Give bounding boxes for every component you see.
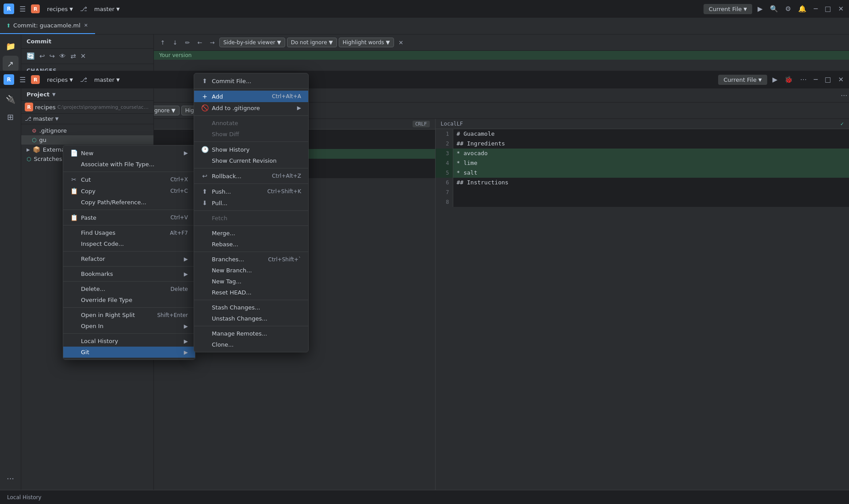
viewer-select[interactable]: Side-by-side viewer ▼ xyxy=(219,38,285,47)
git-menu-merge[interactable]: Merge... xyxy=(194,228,308,239)
push-label: Push... xyxy=(212,188,231,195)
sidebar-item-plugins[interactable]: 🔌 xyxy=(3,91,19,107)
diff-btn[interactable]: ⇄ xyxy=(69,50,78,62)
search-btn[interactable]: 🔍 xyxy=(768,3,780,15)
close-diff-btn[interactable]: ✕ xyxy=(396,37,406,48)
git-sep-10 xyxy=(194,326,308,326)
menu-item-cut[interactable]: ✂ Cut Ctrl+X xyxy=(63,174,195,185)
lf-badge: LF xyxy=(457,121,463,127)
repo-name-btn[interactable]: recipes ▼ xyxy=(43,4,76,14)
git-menu-rollback[interactable]: ↩ Rollback... Ctrl+Alt+Z xyxy=(194,170,308,182)
show-history-label: Show History xyxy=(212,146,249,153)
menu-item-open-in[interactable]: Open In ▶ xyxy=(63,321,195,332)
git-menu-show-history[interactable]: 🕐 Show History xyxy=(194,144,308,155)
undo-btn[interactable]: ↩ xyxy=(38,50,47,62)
debug-btn-2[interactable]: 🐞 xyxy=(783,74,795,85)
tab-close-btn[interactable]: ✕ xyxy=(83,22,89,29)
branch-btn[interactable]: master ▼ xyxy=(91,4,123,14)
hamburger-button-2[interactable]: ☰ xyxy=(18,74,27,86)
pull-icon: ⬇ xyxy=(201,199,208,206)
git-menu-show-current-revision[interactable]: Show Current Revision xyxy=(194,155,308,166)
notifications-btn[interactable]: 🔔 xyxy=(796,3,808,15)
run-btn[interactable]: ▶ xyxy=(756,3,765,15)
show-current-revision-label: Show Current Revision xyxy=(212,157,277,164)
menu-item-open-right-split[interactable]: Open in Right Split Shift+Enter xyxy=(63,309,195,321)
back-btn[interactable]: ← xyxy=(195,37,205,48)
annotate-btn[interactable]: ✏ xyxy=(182,37,193,48)
repo-name-btn-2[interactable]: recipes ▼ xyxy=(43,75,76,85)
local-history-btn[interactable]: Local History xyxy=(7,494,42,500)
sidebar-item-folder[interactable]: 📁 xyxy=(3,38,19,54)
prev-diff-btn[interactable]: ↑ xyxy=(157,37,168,48)
git-menu-clone[interactable]: Clone... xyxy=(194,339,308,350)
git-menu-commit-file[interactable]: ⬆ Commit File... xyxy=(194,75,308,87)
git-menu-manage-remotes[interactable]: Manage Remotes... xyxy=(194,328,308,339)
menu-item-refactor[interactable]: Refactor ▶ xyxy=(63,253,195,264)
git-menu-pull[interactable]: ⬇ Pull... xyxy=(194,197,308,209)
ml-file-label: gu xyxy=(39,137,46,143)
git-menu-add[interactable]: + Add Ctrl+Alt+A xyxy=(194,91,308,102)
more-btn-2[interactable]: ⋯ xyxy=(798,74,808,85)
git-menu-unstash[interactable]: Unstash Changes... xyxy=(194,313,308,324)
maximize-btn-2[interactable]: □ xyxy=(823,74,833,85)
menu-item-local-history[interactable]: Local History ▶ xyxy=(63,336,195,347)
menu-item-copy-path[interactable]: Copy Path/Reference... xyxy=(63,197,195,208)
menu-item-find-usages[interactable]: Find Usages Alt+F7 xyxy=(63,227,195,238)
git-menu-new-branch[interactable]: New Branch... xyxy=(194,265,308,276)
git-menu-push[interactable]: ⬆ Push... Ctrl+Shift+K xyxy=(194,186,308,197)
tree-item-gu[interactable]: ⬡ gu xyxy=(21,135,153,145)
git-menu-fetch: Fetch xyxy=(194,213,308,224)
rollback-label: Rollback... xyxy=(212,173,241,179)
menu-item-bookmarks[interactable]: Bookmarks ▶ xyxy=(63,268,195,279)
current-file-btn[interactable]: Current File ▼ xyxy=(704,4,752,14)
forward-btn[interactable]: → xyxy=(207,37,218,48)
diff-right-side: Local LF ✓ 1 # Guacamole 2 ## Ingredient… xyxy=(436,119,849,490)
git-sep-8 xyxy=(194,252,308,252)
menu-item-paste[interactable]: 📋 Paste Ctrl+V xyxy=(63,212,195,223)
git-menu-reset-head[interactable]: Reset HEAD... xyxy=(194,287,308,298)
redo-btn[interactable]: ↪ xyxy=(48,50,57,62)
highlight-select[interactable]: Highlight words ▼ xyxy=(339,38,394,47)
current-file-btn-2[interactable]: Current File ▼ xyxy=(718,75,767,85)
add-icon: + xyxy=(201,93,208,100)
git-menu-stash[interactable]: Stash Changes... xyxy=(194,302,308,313)
sidebar-item-vcs[interactable]: ↗ xyxy=(3,56,19,72)
menu-item-delete[interactable]: Delete... Delete xyxy=(63,283,195,294)
git-sep-6 xyxy=(194,210,308,211)
ignore-select[interactable]: Do not ignore ▼ xyxy=(287,38,337,47)
cut-shortcut: Ctrl+X xyxy=(170,176,188,183)
next-diff-btn[interactable]: ↓ xyxy=(170,37,180,48)
menu-item-override-type[interactable]: Override File Type xyxy=(63,294,195,305)
eye-btn[interactable]: 👁 xyxy=(57,50,68,62)
git-sep-4 xyxy=(194,168,308,168)
maximize-btn[interactable]: □ xyxy=(823,3,833,15)
refresh-btn[interactable]: 🔄 xyxy=(25,50,37,62)
settings-btn[interactable]: ⚙ xyxy=(784,3,793,15)
new-icon: 📄 xyxy=(70,149,77,157)
tree-item-gitignore[interactable]: ⚙ .gitignore xyxy=(21,126,153,135)
branches-label: Branches... xyxy=(212,256,244,263)
folder-expand-icon: ▶ xyxy=(27,147,30,152)
menu-item-associate[interactable]: Associate with File Type... xyxy=(63,159,195,170)
run-btn-2[interactable]: ▶ xyxy=(771,74,780,85)
git-menu-new-tag[interactable]: New Tag... xyxy=(194,276,308,287)
hamburger-button[interactable]: ☰ xyxy=(18,3,27,15)
git-menu-add-gitignore[interactable]: 🚫 Add to .gitignore ▶ xyxy=(194,102,308,114)
menu-item-copy[interactable]: 📋 Copy Ctrl+C xyxy=(63,185,195,197)
minimize-btn-2[interactable]: ─ xyxy=(812,74,819,85)
show-diff-label: Show Diff xyxy=(212,131,239,137)
close-btn-2[interactable]: ✕ xyxy=(836,74,845,85)
branch-btn-2[interactable]: master ▼ xyxy=(91,75,123,85)
menu-item-new[interactable]: 📄 New ▶ xyxy=(63,147,195,159)
menu-item-inspect[interactable]: Inspect Code... xyxy=(63,238,195,249)
minimize-btn[interactable]: ─ xyxy=(812,3,819,15)
x-btn[interactable]: ✕ xyxy=(79,50,88,62)
tab-commit-guacamole[interactable]: ⬆ Commit: guacamole.ml ✕ xyxy=(0,18,95,34)
sidebar-item-layers[interactable]: ⊞ xyxy=(3,109,19,125)
diff-more-btn[interactable]: ⋯ xyxy=(839,90,849,101)
close-btn[interactable]: ✕ xyxy=(836,3,845,15)
git-menu-branches[interactable]: Branches... Ctrl+Shift+` xyxy=(194,254,308,265)
menu-item-git[interactable]: Git ▶ xyxy=(63,347,195,358)
sidebar-item-more[interactable]: ··· xyxy=(3,470,19,486)
git-menu-rebase[interactable]: Rebase... xyxy=(194,239,308,250)
